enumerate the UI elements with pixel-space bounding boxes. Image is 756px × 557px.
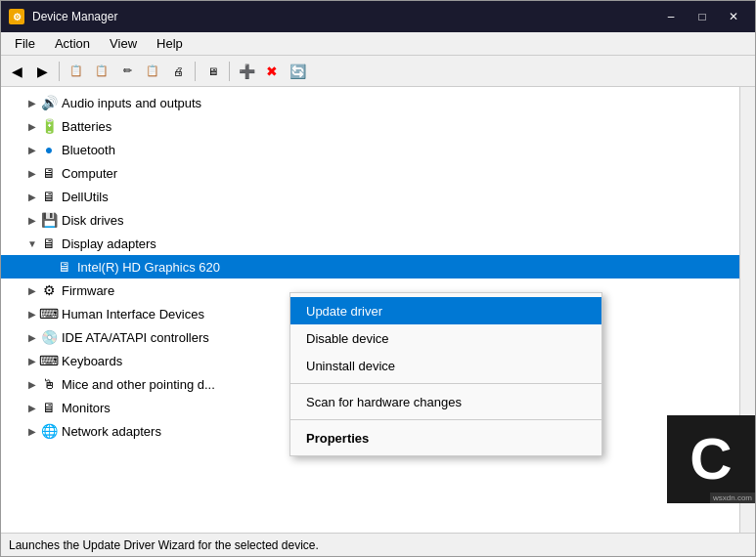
- context-menu: Update driver Disable device Uninstall d…: [289, 292, 602, 456]
- main-content: ▶ 🔊 Audio inputs and outputs ▶ 🔋 Batteri…: [1, 87, 755, 533]
- ide-label: IDE ATA/ATAPI controllers: [62, 330, 209, 345]
- menu-action[interactable]: Action: [45, 32, 100, 55]
- computer-icon: 🖥: [40, 164, 58, 182]
- tree-item-disk[interactable]: ▶ 💾 Disk drives: [1, 208, 739, 232]
- window-title: Device Manager: [32, 10, 657, 23]
- expand-arrow-display[interactable]: ▼: [24, 236, 40, 251]
- batteries-icon: 🔋: [40, 117, 58, 135]
- intel-label: Intel(R) HD Graphics 620: [77, 260, 220, 275]
- expand-arrow-disk[interactable]: ▶: [24, 212, 40, 228]
- watermark-subtext: wsxdn.com: [710, 493, 755, 503]
- network-label: Network adapters: [62, 424, 161, 439]
- expand-arrow-ide[interactable]: ▶: [24, 329, 40, 345]
- toolbar-update[interactable]: 📋: [90, 60, 113, 83]
- status-text: Launches the Update Driver Wizard for th…: [9, 538, 319, 552]
- audio-icon: 🔊: [40, 94, 58, 111]
- ide-icon: 💿: [40, 328, 58, 346]
- bluetooth-icon: ●: [40, 141, 58, 158]
- firmware-label: Firmware: [62, 283, 114, 298]
- toolbar: ◀ ▶ 📋 📋 ✏ 📋 🖨 🖥 ➕ ✖ 🔄: [1, 56, 755, 87]
- toolbar-uninstall[interactable]: 📋: [141, 60, 164, 83]
- display-icon: 🖥: [40, 235, 58, 252]
- context-menu-sep1: [290, 383, 601, 384]
- watermark: C wsxdn.com: [667, 415, 755, 503]
- toolbar-sep3: [229, 62, 230, 81]
- expand-arrow-monitors[interactable]: ▶: [24, 400, 40, 415]
- context-menu-sep2: [290, 419, 601, 420]
- watermark-letter: C: [689, 430, 732, 489]
- maximize-button[interactable]: □: [689, 7, 716, 26]
- expand-arrow-network[interactable]: ▶: [24, 423, 40, 439]
- tree-item-intel[interactable]: 🖥 Intel(R) HD Graphics 620: [1, 255, 739, 278]
- expand-arrow-mice[interactable]: ▶: [24, 376, 40, 392]
- audio-label: Audio inputs and outputs: [62, 96, 201, 110]
- menu-bar: File Action View Help: [1, 32, 755, 56]
- expand-arrow-audio[interactable]: ▶: [24, 95, 40, 110]
- computer-label: Computer: [62, 166, 117, 181]
- keyboards-icon: ⌨: [40, 352, 58, 369]
- tree-item-batteries[interactable]: ▶ 🔋 Batteries: [1, 114, 739, 138]
- toolbar-sep2: [195, 62, 196, 81]
- intel-icon: 🖥: [56, 258, 73, 276]
- toolbar-refresh[interactable]: 🔄: [286, 60, 309, 83]
- toolbar-back[interactable]: ◀: [5, 60, 28, 83]
- toolbar-remove[interactable]: ✖: [260, 60, 284, 83]
- context-menu-properties[interactable]: Properties: [290, 424, 601, 451]
- mice-label: Mice and other pointing d...: [62, 377, 215, 392]
- tree-item-audio[interactable]: ▶ 🔊 Audio inputs and outputs: [1, 91, 739, 114]
- tree-item-dellutils[interactable]: ▶ 🖥 DellUtils: [1, 185, 739, 208]
- tree-item-display[interactable]: ▼ 🖥 Display adapters: [1, 232, 739, 255]
- toolbar-add[interactable]: ➕: [235, 60, 258, 83]
- toolbar-forward[interactable]: ▶: [30, 60, 54, 83]
- context-menu-scan[interactable]: Scan for hardware changes: [290, 388, 601, 415]
- expand-arrow-keyboards[interactable]: ▶: [24, 353, 40, 368]
- monitors-label: Monitors: [62, 401, 111, 415]
- expand-arrow-dellutils[interactable]: ▶: [24, 189, 40, 204]
- expand-arrow-computer[interactable]: ▶: [24, 165, 40, 181]
- window-controls: – □ ✕: [657, 7, 747, 26]
- batteries-label: Batteries: [62, 119, 111, 134]
- tree-item-computer[interactable]: ▶ 🖥 Computer: [1, 161, 739, 185]
- expand-arrow-bluetooth[interactable]: ▶: [24, 142, 40, 157]
- network-icon: 🌐: [40, 422, 58, 440]
- close-button[interactable]: ✕: [720, 7, 747, 26]
- expand-arrow-batteries[interactable]: ▶: [24, 118, 40, 134]
- hid-label: Human Interface Devices: [62, 307, 204, 321]
- context-menu-update[interactable]: Update driver: [290, 297, 601, 324]
- menu-view[interactable]: View: [100, 32, 147, 55]
- mice-icon: 🖱: [40, 375, 58, 393]
- disk-icon: 💾: [40, 211, 58, 229]
- keyboards-label: Keyboards: [62, 354, 122, 368]
- display-label: Display adapters: [62, 236, 156, 251]
- hid-icon: ⌨: [40, 305, 58, 322]
- dellutils-label: DellUtils: [62, 190, 109, 204]
- bluetooth-label: Bluetooth: [62, 143, 115, 157]
- status-bar: Launches the Update Driver Wizard for th…: [1, 533, 755, 556]
- expand-arrow-firmware[interactable]: ▶: [24, 282, 40, 298]
- toolbar-computer[interactable]: 🖥: [200, 60, 224, 83]
- title-bar: ⚙ Device Manager – □ ✕: [1, 1, 755, 32]
- toolbar-scan[interactable]: ✏: [115, 60, 139, 83]
- monitors-icon: 🖥: [40, 399, 58, 416]
- minimize-button[interactable]: –: [657, 7, 685, 26]
- window-icon: ⚙: [9, 9, 24, 24]
- toolbar-sep1: [59, 62, 60, 81]
- expand-arrow-hid[interactable]: ▶: [24, 306, 40, 321]
- menu-file[interactable]: File: [5, 32, 45, 55]
- context-menu-disable[interactable]: Disable device: [290, 324, 601, 352]
- toolbar-print[interactable]: 🖨: [166, 60, 190, 83]
- context-menu-uninstall[interactable]: Uninstall device: [290, 352, 601, 379]
- dellutils-icon: 🖥: [40, 188, 58, 205]
- firmware-icon: ⚙: [40, 281, 58, 299]
- device-manager-window: ⚙ Device Manager – □ ✕ File Action View …: [0, 0, 756, 557]
- menu-help[interactable]: Help: [147, 32, 193, 55]
- disk-label: Disk drives: [62, 213, 124, 228]
- toolbar-properties[interactable]: 📋: [65, 60, 88, 83]
- tree-item-bluetooth[interactable]: ▶ ● Bluetooth: [1, 138, 739, 161]
